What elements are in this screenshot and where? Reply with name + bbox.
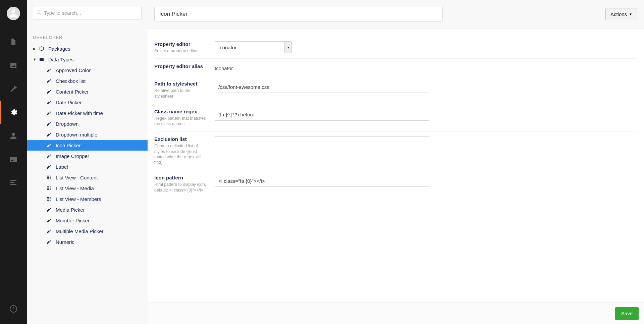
tree-item-label: Date Picker with time xyxy=(56,110,103,116)
autofill-icon xyxy=(46,153,52,159)
tree-packages[interactable]: ▶ Packages xyxy=(27,43,148,54)
tree-item[interactable]: ▶Dropdown multiple xyxy=(27,129,148,140)
tree-item[interactable]: ▶List View - Members xyxy=(27,194,148,204)
save-button[interactable]: Save xyxy=(615,307,639,320)
caret-down-icon: ▼ xyxy=(629,12,632,16)
help-icon: ? xyxy=(9,305,17,313)
tree-item[interactable]: ▶Numeric xyxy=(27,236,148,247)
tree-item-label: Label xyxy=(56,164,68,170)
tree-item-label: Dropdown xyxy=(56,121,78,127)
title-input[interactable] xyxy=(154,7,443,21)
tree-item[interactable]: ▶Date Picker xyxy=(27,97,148,108)
tree-item-label: Content Picker xyxy=(56,89,89,95)
tree-label: Data Types xyxy=(48,57,74,62)
tree-item[interactable]: ▶Member Picker xyxy=(27,215,148,226)
tree: DEVELOPER ▶ Packages ▼ Data Types ▶Appro… xyxy=(27,25,148,324)
tree-item-label: Checkbox list xyxy=(56,78,86,84)
avatar[interactable] xyxy=(7,7,20,20)
exclusion-input[interactable] xyxy=(215,136,429,148)
tree-item-label: List View - Members xyxy=(56,196,101,202)
rail-content[interactable] xyxy=(0,30,27,54)
search-input[interactable] xyxy=(33,6,142,19)
tree-item[interactable]: ▶Media Picker xyxy=(27,204,148,215)
row-alias: Property editor alias Iconator xyxy=(154,59,637,76)
search-icon xyxy=(36,10,42,15)
rail-users[interactable] xyxy=(0,124,27,148)
row-exclusion: Exclusion list Comma delimited list of s… xyxy=(154,131,637,170)
tree-panel: DEVELOPER ▶ Packages ▼ Data Types ▶Appro… xyxy=(27,0,148,324)
field-label: Property editor xyxy=(154,41,211,47)
caret-down-icon: ▼ xyxy=(33,57,36,61)
autofill-icon xyxy=(46,78,52,84)
tree-item-label: Image Cropper xyxy=(56,153,89,159)
autofill-icon xyxy=(46,132,52,137)
autofill-icon xyxy=(46,207,52,212)
autofill-icon xyxy=(46,228,52,234)
field-desc: Comma delimited list of styles to exclud… xyxy=(154,143,208,165)
image-icon xyxy=(9,61,17,69)
autofill-icon xyxy=(46,110,52,116)
rail-media[interactable] xyxy=(0,54,27,77)
field-desc: Select a property editor xyxy=(154,48,208,54)
tree-item[interactable]: ▶Icon Picker xyxy=(27,140,148,151)
autofill-icon xyxy=(46,89,52,94)
stylesheet-input[interactable] xyxy=(215,81,429,93)
property-editor-select[interactable]: Iconator xyxy=(215,41,284,53)
row-property-editor: Property editor Select a property editor… xyxy=(154,37,637,59)
tree-item[interactable]: ▶List View - Media xyxy=(27,183,148,194)
document-icon xyxy=(9,38,17,46)
select-toggle[interactable]: ▾ xyxy=(284,41,292,53)
tree-item-label: Member Picker xyxy=(56,218,90,223)
grid-icon xyxy=(46,196,52,202)
tree-item[interactable]: ▶Dropdown xyxy=(27,118,148,129)
tree-section-header: DEVELOPER xyxy=(27,29,148,43)
field-label: Exclusion list xyxy=(154,136,211,142)
actions-label: Actions xyxy=(610,11,627,17)
field-label: Icon pattern xyxy=(154,175,211,180)
field-desc: Regex pattern that matches the class nam… xyxy=(154,116,208,127)
autofill-icon xyxy=(46,218,52,223)
tree-item[interactable]: ▶Label xyxy=(27,161,148,172)
autofill-icon xyxy=(46,100,52,105)
autofill-icon xyxy=(46,143,52,148)
user-icon xyxy=(9,9,18,18)
rail-settings[interactable] xyxy=(0,77,27,101)
tree-item[interactable]: ▶Checkbox list xyxy=(27,75,148,86)
pattern-input[interactable] xyxy=(215,175,429,187)
rail-help[interactable]: ? xyxy=(0,297,27,321)
alias-value: Iconator xyxy=(215,63,429,71)
rail-members[interactable] xyxy=(0,148,27,171)
gear-icon xyxy=(9,108,17,116)
tree-item-label: Dropdown multiple xyxy=(56,132,97,138)
field-label: Path to stylesheet xyxy=(154,81,211,87)
tree-item-label: Approved Color xyxy=(56,67,91,73)
row-regex: Class name regex Regex pattern that matc… xyxy=(154,104,637,132)
tree-item-label: Multiple Media Picker xyxy=(56,228,104,234)
tree-item[interactable]: ▶Content Picker xyxy=(27,86,148,97)
autofill-icon xyxy=(46,164,52,169)
rail-developer[interactable] xyxy=(0,101,27,124)
rail-forms[interactable] xyxy=(0,171,27,195)
caret-right-icon: ▶ xyxy=(33,47,36,51)
tree-item[interactable]: ▶Approved Color xyxy=(27,65,148,75)
form-icon xyxy=(9,179,17,187)
tree-item[interactable]: ▶Multiple Media Picker xyxy=(27,226,148,236)
tree-item-label: Date Picker xyxy=(56,100,82,105)
row-stylesheet: Path to stylesheet Relative path to the … xyxy=(154,76,637,104)
field-desc: Relative path to the stylesheet xyxy=(154,88,208,99)
actions-button[interactable]: Actions ▼ xyxy=(605,8,637,20)
tree-item-label: List View - Content xyxy=(56,175,98,180)
field-label: Class name regex xyxy=(154,109,211,114)
tree-item[interactable]: ▶Image Cropper xyxy=(27,151,148,161)
tree-item[interactable]: ▶Date Picker with time xyxy=(27,108,148,118)
regex-input[interactable] xyxy=(215,109,429,121)
grid-icon xyxy=(46,185,52,191)
svg-text:?: ? xyxy=(12,307,15,311)
autofill-icon xyxy=(46,67,52,73)
field-desc: Html pattern to display icon, default: <… xyxy=(154,182,208,193)
app-rail: ? xyxy=(0,0,27,324)
field-label: Property editor alias xyxy=(154,63,211,69)
tree-datatypes[interactable]: ▼ Data Types xyxy=(27,54,148,65)
main-header: Actions ▼ xyxy=(148,0,644,29)
tree-item[interactable]: ▶List View - Content xyxy=(27,172,148,183)
